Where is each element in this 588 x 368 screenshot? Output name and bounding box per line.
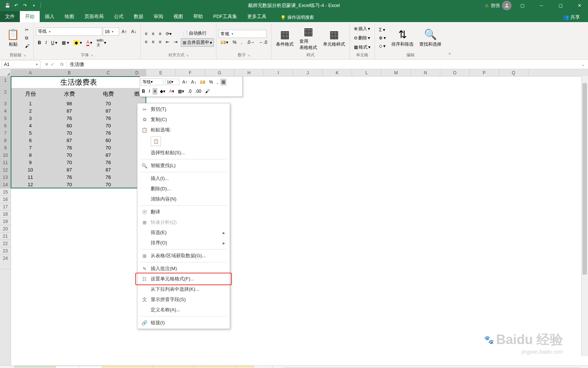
tell-me[interactable]: 💡 操作说明搜索 <box>279 13 315 22</box>
warning-icon[interactable]: ⚠ <box>485 3 489 8</box>
row-header-9[interactable]: 9 <box>0 144 11 152</box>
cell-r14-c0[interactable]: 12 <box>11 181 50 188</box>
undo-icon[interactable]: ↶ <box>12 2 20 9</box>
phonetic-button[interactable]: wén文▾ <box>95 37 108 49</box>
ctx-item-14[interactable]: 排序(O)▸ <box>137 238 230 248</box>
mini-format-painter-icon[interactable]: 🖌 <box>204 88 211 95</box>
col-header-E[interactable]: E <box>146 69 176 76</box>
cell-header-0[interactable]: 月份 <box>11 88 50 100</box>
ctx-item-8[interactable]: 删除(D)... <box>137 184 230 194</box>
mini-merge-icon[interactable]: ⊞ <box>220 79 226 85</box>
row-header-19[interactable]: 19 <box>0 218 11 225</box>
row-header-10[interactable]: 10 <box>0 152 11 159</box>
underline-button[interactable]: U ▾ <box>49 37 59 49</box>
cell-r5-c2[interactable]: 76 <box>89 115 128 122</box>
share-button[interactable]: 👥 共享 <box>559 13 584 22</box>
row-header-6[interactable]: 6 <box>0 122 11 130</box>
save-icon[interactable]: 💾 <box>4 2 11 9</box>
expand-formula-icon[interactable]: ⌄ <box>578 62 588 67</box>
col-header-A[interactable]: A <box>11 69 50 76</box>
conditional-format-button[interactable]: ▦条件格式 <box>274 27 296 49</box>
ribbon-tab-6[interactable]: 数据 <box>129 11 148 22</box>
ribbon-tab-5[interactable]: 公式 <box>109 11 129 22</box>
ctx-item-5[interactable]: 🔍智能查找(L) <box>137 160 230 171</box>
mini-bold-icon[interactable]: B <box>141 88 146 95</box>
mini-size-combo[interactable]: 16 ▾ <box>165 79 180 85</box>
mini-comma-icon[interactable]: , <box>216 79 219 85</box>
cell-title[interactable]: 生活缴费表 <box>11 77 146 88</box>
cell-r4-c0[interactable]: 2 <box>11 107 50 115</box>
clear-icon[interactable]: ◇ ▾ <box>377 42 388 50</box>
cancel-icon[interactable]: ✕ <box>45 62 49 67</box>
cell-r14-c1[interactable]: 70 <box>50 181 89 188</box>
paste-option-button[interactable]: 📋 <box>151 137 161 146</box>
mini-currency-icon[interactable]: 💴 <box>199 79 207 85</box>
format-painter-button[interactable]: 🖌 <box>23 42 31 50</box>
indent-increase-icon[interactable]: ⇥ <box>172 38 179 46</box>
cell-r11-c1[interactable]: 70 <box>50 159 89 166</box>
ribbon-tab-2[interactable]: 插入 <box>40 11 60 22</box>
cell-r9-c1[interactable]: 76 <box>50 144 89 152</box>
cell-r12-c2[interactable]: 87 <box>89 166 128 174</box>
cell-r4-c1[interactable]: 87 <box>50 107 89 115</box>
col-header-F[interactable]: F <box>176 69 205 76</box>
cut-button[interactable]: ✂ <box>23 26 31 33</box>
col-header-B[interactable]: B <box>50 69 89 76</box>
cell-r10-c0[interactable]: 8 <box>11 152 50 159</box>
row-header-18[interactable]: 18 <box>0 210 11 218</box>
minimize-button[interactable]: ─ <box>533 0 550 11</box>
cell-r6-c2[interactable]: 70 <box>89 122 128 130</box>
col-header-H[interactable]: H <box>234 69 264 76</box>
maximize-button[interactable]: ▢ <box>552 0 569 11</box>
row-header-20[interactable]: 20 <box>0 225 11 233</box>
col-header-J[interactable]: J <box>293 69 323 76</box>
sheet-tab-0[interactable]: 拌客源数据1-8月 <box>14 366 56 368</box>
align-top-icon[interactable]: ≡ <box>143 30 149 38</box>
copy-button[interactable]: ⧉ <box>23 34 31 42</box>
row-header-21[interactable]: 21 <box>0 233 11 240</box>
col-header-M[interactable]: M <box>381 69 411 76</box>
row-header-22[interactable]: 22 <box>0 240 11 247</box>
user-avatar[interactable] <box>502 1 512 10</box>
ribbon-tab-8[interactable]: 视图 <box>168 11 188 22</box>
col-header-O[interactable]: O <box>440 69 470 76</box>
ctx-item-3[interactable]: 选择性粘贴(S)... <box>137 148 230 158</box>
ctx-item-19[interactable]: ☷设置单元格格式(F)... <box>137 274 230 284</box>
percent-icon[interactable]: % <box>231 39 239 46</box>
cell-r13-c0[interactable]: 11 <box>11 174 50 181</box>
row-header-4[interactable]: 4 <box>0 107 11 115</box>
autosum-icon[interactable]: Σ ▾ <box>377 26 388 33</box>
font-size-combo[interactable]: 16▾ <box>103 28 119 36</box>
align-middle-icon[interactable]: ≡ <box>150 30 156 38</box>
ctx-item-21[interactable]: 文显示拼音字段(S) <box>137 294 230 305</box>
row-header-15[interactable]: 15 <box>0 188 11 196</box>
cell-styles-button[interactable]: ▦单元格样式 <box>321 27 347 49</box>
paste-button[interactable]: 📋 粘贴 <box>4 27 22 49</box>
ribbon-tab-9[interactable]: 帮助 <box>188 11 208 22</box>
merge-center-button[interactable]: ⊞ 合并后居中 ▾ <box>181 38 214 47</box>
cell-r6-c1[interactable]: 60 <box>50 122 89 130</box>
decrease-font-icon[interactable]: A↓ <box>129 28 138 36</box>
cell-r9-c0[interactable]: 7 <box>11 144 50 152</box>
find-select-button[interactable]: 🔍查找和选择 <box>417 27 444 49</box>
ctx-item-7[interactable]: 插入(I)... <box>137 173 230 184</box>
row-header-11[interactable]: 11 <box>0 159 11 166</box>
wrap-text-button[interactable]: 📄 自动换行 <box>181 29 214 38</box>
ribbon-tab-1[interactable]: 开始 <box>20 11 40 22</box>
qat-more-icon[interactable]: ▾ <box>30 2 37 9</box>
mini-italic-icon[interactable]: I <box>148 88 151 95</box>
sheet-tab-4[interactable]: 常用函数-完成版 <box>153 366 194 368</box>
col-header-N[interactable]: N <box>411 69 440 76</box>
italic-button[interactable]: I <box>44 37 49 49</box>
row-header-13[interactable]: 13 <box>0 174 11 181</box>
number-format-combo[interactable]: 常规▾ <box>219 30 266 38</box>
col-header-I[interactable]: I <box>264 69 293 76</box>
mini-decrease-font-icon[interactable]: A↓ <box>190 79 197 85</box>
ribbon-tab-11[interactable]: 更多工具 <box>242 11 272 22</box>
cell-r7-c0[interactable]: 5 <box>11 130 50 137</box>
format-cells-button[interactable]: ▦ 格式 ▾ <box>352 43 372 52</box>
font-expand-icon[interactable]: ↘ <box>90 53 93 57</box>
align-left-icon[interactable]: ≡ <box>143 38 149 46</box>
border-button[interactable]: ▦ ▾ <box>60 37 71 49</box>
font-name-combo[interactable]: 等线▾ <box>36 28 102 36</box>
